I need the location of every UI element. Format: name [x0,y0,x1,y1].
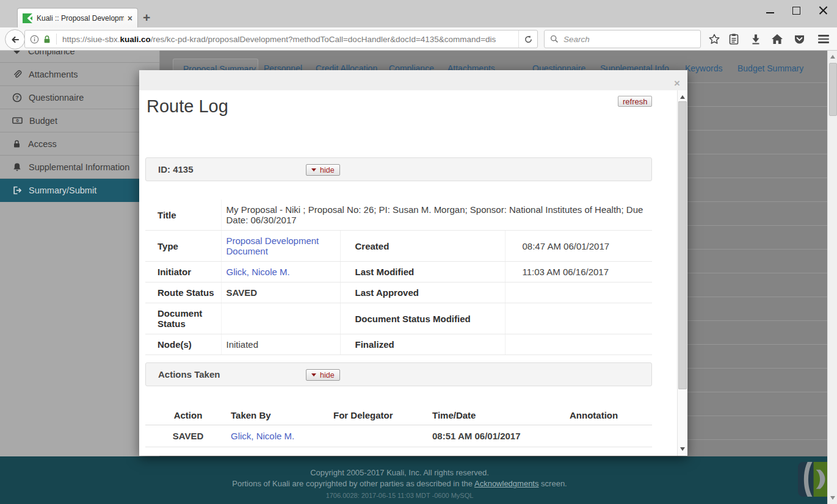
app-page: Compliance Attachments ? Questionnaire 0… [0,51,837,504]
initiator-link[interactable]: Glick, Nicole M. [226,267,290,277]
collapse-triangle-icon [311,168,316,171]
table-row: Type Proposal Development Document Creat… [145,231,652,262]
actions-taken-table: Action Taken By For Delegator Time/Date … [145,406,652,447]
search-icon [550,35,559,43]
downloads-icon[interactable] [748,32,763,46]
sidebar-item-summary-submit[interactable]: Summary/Submit [0,179,159,202]
sidebar-item-supplemental-information[interactable]: Supplemental Information [0,156,159,179]
modal-scrollbar[interactable] [677,90,687,456]
portions-line: Portions of Kuali are copyrighted by oth… [0,478,799,489]
minimize-button[interactable] [766,12,774,13]
title-value: My Proposal - Niki ; Proposal No: 26; PI… [221,200,652,231]
tab-budget-summary[interactable]: Budget Summary [737,63,803,73]
close-window-button[interactable] [819,6,827,15]
browser-window: Kuali :: Proposal Developme × + https://… [0,0,837,504]
compliance-icon [12,51,21,56]
maximize-button[interactable] [792,7,800,15]
home-icon[interactable] [770,32,784,46]
back-button[interactable] [5,29,25,49]
sidebar: Compliance Attachments ? Questionnaire 0… [0,51,160,456]
id-label: ID: 4135 [158,164,194,175]
bell-icon [12,162,22,172]
url-text[interactable]: https://siue-sbx.kuali.co/res/kc-pd-krad… [62,35,518,44]
https-lock-icon[interactable] [43,35,51,44]
sidebar-item-access[interactable]: Access [0,132,159,156]
modal-close-icon[interactable]: × [674,78,680,88]
bookmarks-list-icon[interactable] [726,32,741,46]
pocket-icon[interactable] [792,32,806,46]
actions-taken-section-header: Actions Taken hide [145,362,652,386]
table-row: SAVED Glick, Nicole M. 08:51 AM 06/01/20… [145,425,652,447]
lock-icon [12,139,21,149]
version-line: 1706.0028: 2017-06-15 11:03 MDT -0600 My… [0,491,799,500]
route-log-summary-table: Title My Proposal - Niki ; Proposal No: … [145,200,652,355]
taken-by-link[interactable]: Glick, Nicole M. [231,431,294,441]
scroll-up-arrow-icon[interactable] [830,55,835,59]
table-row: Document Status Document Status Modified [145,303,652,334]
svg-text:?: ? [15,95,19,101]
question-circle-icon: ? [12,93,22,103]
sidebar-item-questionnaire[interactable]: ? Questionnaire [0,86,159,109]
actions-taken-label: Actions Taken [158,369,220,380]
tab-keywords[interactable]: Keywords [685,63,722,73]
banknote-icon: 0 [12,116,23,125]
sidebar-item-budget[interactable]: 0 Budget [0,109,159,132]
refresh-button[interactable]: refresh [618,96,652,107]
table-row: Title My Proposal - Niki ; Proposal No: … [145,200,652,231]
modal-scroll-down-icon[interactable] [680,447,685,451]
table-header-row: Action Taken By For Delegator Time/Date … [145,406,652,425]
modal-title: Route Log [147,96,228,117]
browser-tab[interactable]: Kuali :: Proposal Developme × [17,8,138,27]
sidebar-item-compliance[interactable]: Compliance [0,51,159,63]
modal-scrollbar-thumb[interactable] [678,101,687,389]
acknowledgments-link[interactable]: Acknowledgments [474,479,539,488]
window-scrollbar-thumb[interactable] [829,63,837,116]
search-input[interactable] [562,34,700,45]
footer: Copyright 2005-2017 Kuali, Inc. All righ… [0,456,837,504]
browser-toolbar: https://siue-sbx.kuali.co/res/kc-pd-krad… [0,27,837,51]
hide-id-section-button[interactable]: hide [306,164,340,176]
page-info-icon[interactable] [30,35,39,44]
kuali-favicon-icon [23,13,32,23]
tab-close-icon[interactable]: × [128,13,132,23]
window-controls [766,2,827,18]
id-section-header: ID: 4135 hide [145,157,652,181]
table-row: Initiator Glick, Nicole M. Last Modified… [145,262,652,283]
paperclip-icon [12,70,22,79]
new-tab-button[interactable]: + [143,11,150,24]
table-row: Route Status SAVED Last Approved [145,283,652,303]
sidebar-item-attachments[interactable]: Attachments [0,63,159,86]
back-arrow-icon [10,35,20,45]
copyright-line: Copyright 2005-2017 Kuali, Inc. All righ… [0,467,799,478]
route-log-modal: × Route Log refresh ID: 4135 hide Title … [139,70,687,456]
menu-hamburger-icon[interactable] [816,32,831,46]
tab-title: Kuali :: Proposal Developme [37,14,124,23]
reload-button[interactable] [518,31,537,48]
search-bar[interactable] [544,30,701,48]
browser-titlebar: Kuali :: Proposal Developme × + [0,0,837,27]
url-separator [56,34,57,45]
collapse-triangle-icon [311,373,316,376]
url-bar[interactable]: https://siue-sbx.kuali.co/res/kc-pd-krad… [24,30,538,48]
scroll-down-arrow-icon[interactable] [830,496,835,500]
bookmark-star-icon[interactable] [707,32,722,46]
modal-header-strip [139,70,687,90]
window-scrollbar[interactable] [827,51,837,504]
table-row: Node(s) Initiated Finalized [145,334,652,355]
document-type-link[interactable]: Proposal Development Document [226,236,319,256]
hide-actions-section-button[interactable]: hide [306,369,340,381]
modal-scroll-up-icon[interactable] [680,95,685,99]
sign-out-icon [12,185,22,195]
svg-text:0: 0 [16,118,18,123]
